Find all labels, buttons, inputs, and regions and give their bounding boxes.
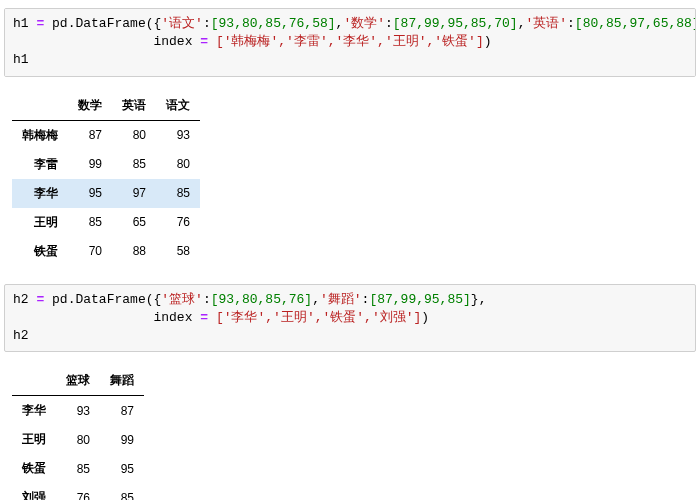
table-row: 韩梅梅 87 80 93 <box>12 120 200 150</box>
table-corner <box>12 366 56 396</box>
table-row: 李华 95 97 85 <box>12 179 200 208</box>
code-op: = <box>36 16 44 31</box>
table-row-header: 韩梅梅 <box>12 120 68 150</box>
code-var: h1 <box>13 16 29 31</box>
table-row: 王明 80 99 <box>12 425 144 454</box>
code-expr: h1 <box>13 52 29 67</box>
code-dataframe: DataFrame <box>75 16 145 31</box>
table-cell: 87 <box>100 396 144 426</box>
output-table-2: 篮球 舞蹈 李华 93 87 王明 80 99 铁蛋 85 95 刘强 76 8… <box>12 366 144 500</box>
table-cell: 85 <box>156 179 200 208</box>
table-row: 王明 85 65 76 <box>12 208 200 237</box>
table-cell: 87 <box>68 120 112 150</box>
table-row: 李雷 99 85 80 <box>12 150 200 179</box>
code-key: '数学' <box>343 16 385 31</box>
table-cell: 99 <box>68 150 112 179</box>
code-values: [87,99,95,85,70] <box>393 16 518 31</box>
code-values: [80,85,97,65,88] <box>575 16 696 31</box>
table-cell: 85 <box>68 208 112 237</box>
table-cell: 99 <box>100 425 144 454</box>
code-values: [93,80,85,76] <box>211 292 312 307</box>
table-col-header: 语文 <box>156 91 200 121</box>
table-col-header: 篮球 <box>56 366 100 396</box>
code-values: [87,99,95,85] <box>369 292 470 307</box>
code-cell-2: h2 = pd.DataFrame({'篮球':[93,80,85,76],'舞… <box>4 284 696 353</box>
code-key: '语文' <box>161 16 203 31</box>
code-cell-1: h1 = pd.DataFrame({'语文':[93,80,85,76,58]… <box>4 8 696 77</box>
table-row-header: 李华 <box>12 396 56 426</box>
table-row: 刘强 76 85 <box>12 483 144 500</box>
table-cell: 70 <box>68 237 112 266</box>
table-row-header: 铁蛋 <box>12 454 56 483</box>
table-cell: 93 <box>156 120 200 150</box>
table-cell: 80 <box>112 120 156 150</box>
code-key: '舞蹈' <box>320 292 362 307</box>
table-cell: 88 <box>112 237 156 266</box>
table-col-header: 英语 <box>112 91 156 121</box>
table-row-header: 王明 <box>12 425 56 454</box>
code-expr: h2 <box>13 328 29 343</box>
code-var: h2 <box>13 292 29 307</box>
code-pd: pd <box>52 16 68 31</box>
table-cell: 85 <box>112 150 156 179</box>
code-index-vals: ['李华','王明','铁蛋','刘强'] <box>216 310 421 325</box>
code-key: '篮球' <box>161 292 203 307</box>
table-col-header: 舞蹈 <box>100 366 144 396</box>
table-cell: 85 <box>56 454 100 483</box>
table-col-header: 数学 <box>68 91 112 121</box>
table-corner <box>12 91 68 121</box>
table-cell: 76 <box>156 208 200 237</box>
table-cell: 95 <box>68 179 112 208</box>
table-cell: 85 <box>100 483 144 500</box>
table-row: 铁蛋 70 88 58 <box>12 237 200 266</box>
table-row-header: 刘强 <box>12 483 56 500</box>
table-cell: 95 <box>100 454 144 483</box>
table-row-header: 王明 <box>12 208 68 237</box>
table-cell: 80 <box>156 150 200 179</box>
table-row: 铁蛋 85 95 <box>12 454 144 483</box>
table-cell: 76 <box>56 483 100 500</box>
table-row-header: 李雷 <box>12 150 68 179</box>
table-cell: 80 <box>56 425 100 454</box>
table-row: 李华 93 87 <box>12 396 144 426</box>
code-index-kw: index <box>153 310 192 325</box>
table-row-header: 李华 <box>12 179 68 208</box>
code-index-vals: ['韩梅梅','李雷','李华','王明','铁蛋'] <box>216 34 484 49</box>
code-values: [93,80,85,76,58] <box>211 16 336 31</box>
code-key: '英语' <box>525 16 567 31</box>
table-cell: 93 <box>56 396 100 426</box>
table-cell: 97 <box>112 179 156 208</box>
code-index-kw: index <box>153 34 192 49</box>
table-cell: 65 <box>112 208 156 237</box>
table-cell: 58 <box>156 237 200 266</box>
table-row-header: 铁蛋 <box>12 237 68 266</box>
output-table-1: 数学 英语 语文 韩梅梅 87 80 93 李雷 99 85 80 李华 95 … <box>12 91 200 266</box>
